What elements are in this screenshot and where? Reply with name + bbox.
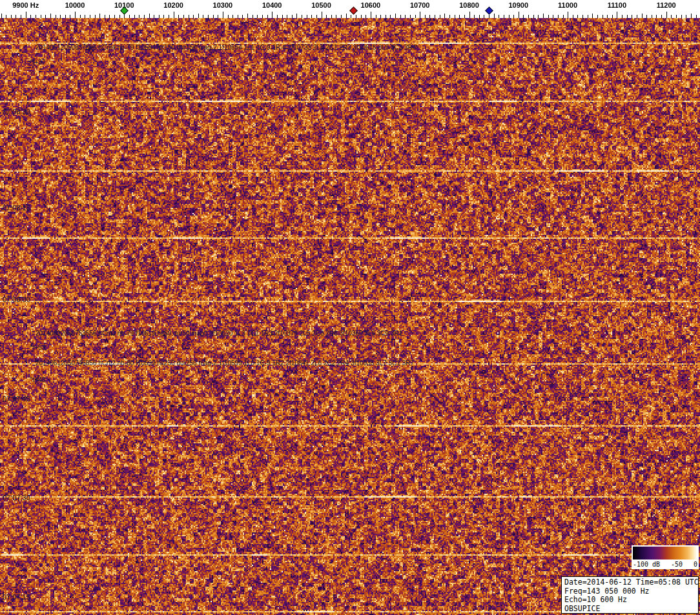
ruler-tick <box>242 15 243 18</box>
ruler-tick <box>163 15 164 18</box>
ruler-tick <box>656 15 657 18</box>
ruler-tick <box>21 15 21 18</box>
ruler-tick <box>474 15 475 18</box>
ruler-tick <box>597 15 598 18</box>
ruler-tick <box>612 15 613 18</box>
ruler-tick <box>149 14 150 18</box>
ruler-tick <box>676 15 677 18</box>
time-label: 07:07:30 <box>3 494 30 501</box>
ruler-tick <box>696 15 697 18</box>
ruler-tick <box>429 15 430 18</box>
spectrogram-app: 9900 Hz100001010010200103001040010500106… <box>0 0 700 615</box>
freq-label: 10900 <box>509 1 529 9</box>
colorbar-labels: -100 dB -50 0 <box>633 560 697 569</box>
ruler-tick <box>178 15 179 18</box>
time-label: 07:08:00 <box>3 296 30 303</box>
ruler-tick <box>90 15 90 18</box>
ruler-tick <box>129 15 130 18</box>
ruler-tick <box>282 15 283 18</box>
ruler-tick <box>356 15 356 18</box>
ruler-tick <box>114 15 115 18</box>
ruler-tick <box>513 15 514 18</box>
ruler-tick <box>85 15 85 18</box>
ruler-tick <box>159 15 160 18</box>
ruler-tick <box>223 12 223 18</box>
ruler-tick <box>361 15 362 18</box>
ruler-tick <box>287 15 287 18</box>
ruler-tick <box>213 15 214 18</box>
ruler-tick <box>464 15 465 18</box>
ruler-tick <box>60 15 61 18</box>
ruler-tick <box>410 15 411 18</box>
info-line-date: Date=2014-06-12 Time=05:08 UTC <box>564 578 698 587</box>
ruler-tick <box>183 15 184 18</box>
ruler-tick <box>538 15 539 18</box>
ruler-tick <box>519 12 519 18</box>
ruler-tick <box>119 15 120 18</box>
ruler-tick <box>607 15 608 18</box>
marker-red-diamond-icon <box>349 6 358 15</box>
ruler-tick <box>336 15 336 18</box>
ruler-tick <box>459 15 460 18</box>
ruler-tick <box>169 15 169 18</box>
colorbar-max-label: 0 <box>694 561 697 568</box>
ruler-tick <box>134 15 135 18</box>
ruler-tick <box>15 15 16 18</box>
ruler-tick <box>326 15 327 18</box>
ruler-tick <box>80 15 81 18</box>
detection-annotation: 20140612050837856 hCnt4 nb-79 f10584 hit… <box>36 44 416 51</box>
colorbar-legend: -100 dB -50 0 <box>632 545 699 569</box>
ruler-tick <box>405 15 406 18</box>
ruler-tick <box>553 15 553 18</box>
detection-annotation: 20140612050746856 hCnt2 nb-80 f10599 hit… <box>36 359 414 367</box>
ruler-tick <box>440 15 440 18</box>
ruler-tick <box>198 14 199 18</box>
ruler-tick <box>292 15 293 18</box>
detection-annotation: ^t+37 <box>30 59 45 66</box>
ruler-tick <box>45 15 46 18</box>
detection-annotation: 20140612050753556 hCnt3 nb-79 f10619 hit… <box>36 330 402 337</box>
ruler-tick <box>316 15 317 18</box>
spectrogram-canvas <box>0 18 700 615</box>
ruler-tick <box>652 15 652 18</box>
ruler-tick <box>208 15 209 18</box>
ruler-tick <box>509 15 510 18</box>
ruler-tick <box>533 15 534 18</box>
ruler-tick <box>637 15 637 18</box>
ruler-tick <box>646 15 647 18</box>
ruler-tick <box>548 15 549 18</box>
ruler-tick <box>617 12 617 18</box>
ruler-tick <box>380 15 381 18</box>
ruler-tick <box>296 14 297 18</box>
freq-label: 10600 <box>361 1 381 9</box>
ruler-tick <box>558 15 559 18</box>
ruler-tick <box>65 15 66 18</box>
ruler-tick <box>371 12 371 18</box>
ruler-tick <box>681 15 682 18</box>
freq-label: 10300 <box>213 1 233 9</box>
ruler-tick <box>479 15 480 18</box>
ruler-tick <box>11 15 12 18</box>
ruler-tick <box>484 15 484 18</box>
ruler-tick <box>247 14 248 18</box>
ruler-tick <box>455 15 455 18</box>
ruler-tick <box>577 15 578 18</box>
ruler-tick <box>238 15 238 18</box>
ruler-tick <box>95 15 96 18</box>
ruler-tick <box>395 14 396 18</box>
freq-label: 11200 <box>657 1 676 9</box>
ruler-tick <box>311 15 312 18</box>
ruler-tick <box>627 15 628 18</box>
ruler-tick <box>573 15 573 18</box>
time-label: 07:07:45 <box>3 395 30 403</box>
ruler-tick <box>499 15 499 18</box>
time-label: 07:08:15 <box>3 204 30 212</box>
ruler-tick <box>109 15 110 18</box>
time-label: 07:08:30 <box>3 108 30 116</box>
info-line-echo: Echo=10 600 Hz <box>564 596 698 605</box>
ruler-tick <box>449 15 450 18</box>
ruler-tick <box>365 15 366 18</box>
ruler-tick <box>351 15 351 18</box>
ruler-tick <box>105 15 105 18</box>
ruler-tick <box>56 15 56 18</box>
